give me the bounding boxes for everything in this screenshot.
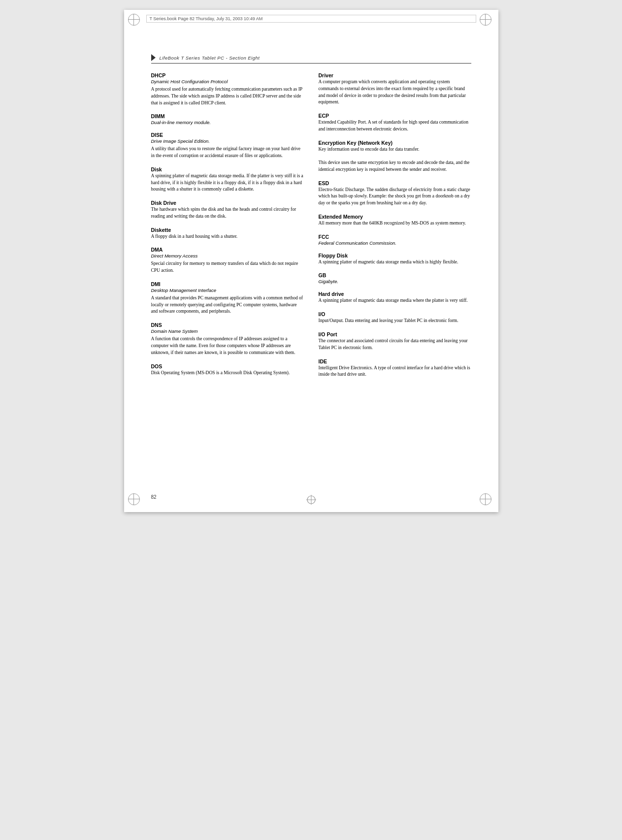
entry-floppy-disk: Floppy Disk A spinning platter of magnet…	[319, 253, 471, 266]
entry-dmi: DMI Desktop Management Interface A stand…	[151, 281, 304, 315]
body-driver: A computer program which converts applic…	[319, 79, 471, 106]
term-extended-memory: Extended Memory	[319, 214, 471, 220]
term-dma: DMA	[151, 247, 304, 253]
term-dmi: DMI	[151, 281, 304, 287]
short-fcc: Federal Communication Commission.	[319, 240, 471, 246]
body-disk: A spinning platter of magnetic data stor…	[151, 173, 304, 193]
entry-diskette: Diskette A floppy disk in a hard housing…	[151, 227, 304, 240]
entry-hard-drive: Hard drive A spinning platter of magneti…	[319, 291, 471, 304]
short-dimm: Dual-in-line memory module.	[151, 120, 304, 125]
short-dmi: Desktop Management Interface	[151, 288, 304, 293]
term-esd: ESD	[319, 180, 471, 186]
term-dimm: DIMM	[151, 113, 304, 119]
short-gb: Gigabyte.	[319, 279, 471, 284]
body-ecp: Extended Capability Port. A set of stand…	[319, 119, 471, 133]
short-dhcp: Dynamic Host Configuration Protocol	[151, 79, 304, 84]
short-dns: Domain Name System	[151, 328, 304, 334]
body-dhcp: A protocol used for automatically fetchi…	[151, 86, 304, 106]
corner-mark-br	[480, 493, 494, 508]
entry-dise: DISE Drive Image Special Edition. A util…	[151, 132, 304, 160]
file-info-text: T Series.book Page 82 Thursday, July 31,…	[150, 16, 263, 21]
right-column: Driver A computer program which converts…	[319, 72, 471, 385]
body-esd: Electro-Static Discharge. The sudden dis…	[319, 187, 471, 207]
term-disk: Disk	[151, 166, 304, 172]
body-extended-memory: All memory more than the 640KB recognize…	[319, 220, 471, 227]
entry-encryption-key: Encryption Key (Network Key) Key informa…	[319, 140, 471, 173]
body-dma: Special circuitry for memory to memory t…	[151, 260, 304, 274]
header-line: LifeBook T Series Tablet PC - Section Ei…	[151, 54, 471, 64]
term-io-port: I/O Port	[319, 331, 471, 337]
body-floppy-disk: A spinning platter of magnetic data stor…	[319, 259, 471, 266]
bottom-center-mark	[306, 495, 316, 505]
term-ide: IDE	[319, 358, 471, 364]
entry-dos: DOS Disk Operating System (MS-DOS is a M…	[151, 363, 304, 377]
term-floppy-disk: Floppy Disk	[319, 253, 471, 258]
file-info-bar: T Series.book Page 82 Thursday, July 31,…	[146, 15, 476, 23]
term-dns: DNS	[151, 322, 304, 328]
term-fcc: FCC	[319, 234, 471, 240]
body-dmi: A standard that provides PC management a…	[151, 295, 304, 315]
term-io: I/O	[319, 311, 471, 317]
page-content: LifeBook T Series Tablet PC - Section Ei…	[124, 25, 498, 415]
page: T Series.book Page 82 Thursday, July 31,…	[124, 10, 498, 512]
entry-ide: IDE Intelligent Drive Electronics. A typ…	[319, 358, 471, 379]
body-io: Input/Output. Data entering and leaving …	[319, 318, 471, 324]
entry-extended-memory: Extended Memory All memory more than the…	[319, 214, 471, 227]
short-dma: Direct Memory Access	[151, 253, 304, 258]
entry-fcc: FCC Federal Communication Commission.	[319, 234, 471, 246]
body-ide: Intelligent Drive Electronics. A type of…	[319, 365, 471, 379]
entry-dma: DMA Direct Memory Access Special circuit…	[151, 247, 304, 274]
entry-io: I/O Input/Output. Data entering and leav…	[319, 311, 471, 324]
body-dns: A function that controls the corresponde…	[151, 336, 304, 356]
term-ecp: ECP	[319, 113, 471, 119]
entry-esd: ESD Electro-Static Discharge. The sudden…	[319, 180, 471, 207]
body-io-port: The connector and associated control cir…	[319, 338, 471, 352]
body-disk-drive: The hardware which spins the disk and ha…	[151, 206, 304, 220]
entry-ecp: ECP Extended Capability Port. A set of s…	[319, 113, 471, 133]
entry-dhcp: DHCP Dynamic Host Configuration Protocol…	[151, 72, 304, 106]
corner-mark-tr	[480, 14, 494, 29]
body-hard-drive: A spinning platter of magnetic data stor…	[319, 297, 471, 304]
header-text: LifeBook T Series Tablet PC - Section Ei…	[160, 55, 260, 61]
corner-mark-tl	[128, 14, 143, 29]
corner-mark-bl	[128, 493, 143, 508]
body-dos: Disk Operating System (MS-DOS is a Micro…	[151, 370, 304, 377]
term-driver: Driver	[319, 72, 471, 78]
left-column: DHCP Dynamic Host Configuration Protocol…	[151, 72, 304, 385]
term-gb: GB	[319, 272, 471, 278]
term-dos: DOS	[151, 363, 304, 369]
short-dise: Drive Image Special Edition.	[151, 138, 304, 144]
entry-driver: Driver A computer program which converts…	[319, 72, 471, 106]
entry-dimm: DIMM Dual-in-line memory module.	[151, 113, 304, 125]
entry-disk: Disk A spinning platter of magnetic data…	[151, 166, 304, 193]
header-triangle-icon	[151, 54, 156, 61]
entry-disk-drive: Disk Drive The hardware which spins the …	[151, 200, 304, 220]
term-dhcp: DHCP	[151, 72, 304, 78]
entry-dns: DNS Domain Name System A function that c…	[151, 322, 304, 356]
body-dise: A utility that allows you to restore the…	[151, 146, 304, 160]
entry-io-port: I/O Port The connector and associated co…	[319, 331, 471, 352]
columns: DHCP Dynamic Host Configuration Protocol…	[151, 72, 471, 385]
body-encryption-key: Key information used to encode data for …	[319, 146, 471, 173]
term-encryption-key: Encryption Key (Network Key)	[319, 140, 471, 146]
term-hard-drive: Hard drive	[319, 291, 471, 297]
entry-gb: GB Gigabyte.	[319, 272, 471, 284]
term-diskette: Diskette	[151, 227, 304, 233]
body-diskette: A floppy disk in a hard housing with a s…	[151, 233, 304, 240]
page-number: 82	[151, 494, 157, 500]
term-dise: DISE	[151, 132, 304, 138]
term-disk-drive: Disk Drive	[151, 200, 304, 206]
